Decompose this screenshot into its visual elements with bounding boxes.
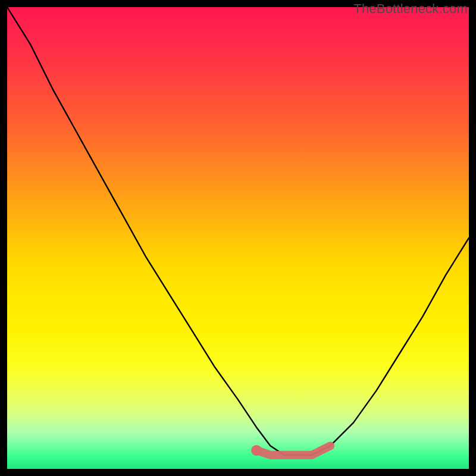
- watermark: TheBottleneck.com: [353, 1, 468, 17]
- bottleneck-curve: [7, 7, 469, 455]
- plot-area: [7, 7, 469, 469]
- curve-layer: [7, 7, 469, 469]
- chart-container: TheBottleneck.com: [0, 0, 476, 476]
- highlight-segment: [256, 446, 330, 455]
- highlight-dot: [251, 445, 262, 456]
